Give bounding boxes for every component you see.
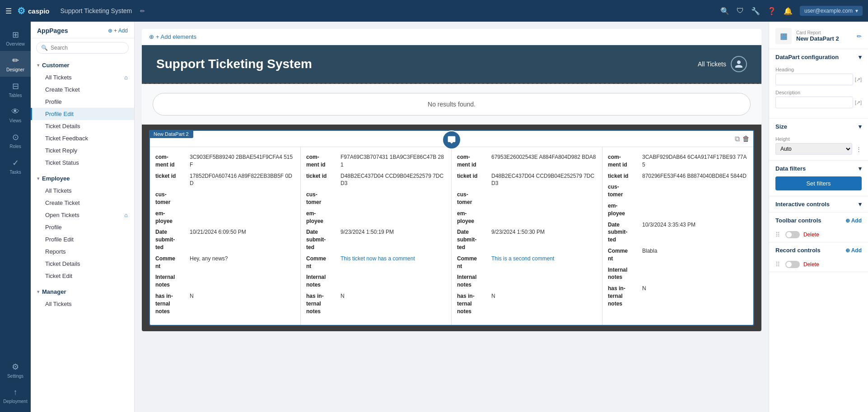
card-row-label: ticket id [306, 172, 338, 188]
nav-item[interactable]: Profile [31, 96, 134, 108]
st-header: Support Ticketing System All Tickets [142, 45, 761, 83]
card-row: Internal notes [306, 273, 446, 289]
description-input[interactable] [775, 97, 853, 108]
apppages-title: AppPages [37, 27, 68, 34]
height-select[interactable]: Auto [775, 143, 852, 155]
card-row-label: com- ment id [457, 153, 489, 169]
card-row-label: Date submit- ted [306, 228, 338, 251]
nav-item[interactable]: Ticket Status [31, 157, 134, 169]
toolbar-delete-toggle[interactable] [785, 231, 800, 238]
rp-data-filters-section: Data filters ▾ Set filters [769, 161, 868, 196]
data-filters-label: Data filters [775, 165, 806, 172]
card-row: em- ployee [155, 210, 295, 225]
nav-item[interactable]: All Tickets [31, 185, 134, 197]
rp-size-section: Size ▾ Height Auto ⋮ [769, 119, 868, 161]
card-row-label: Comme nt [306, 255, 338, 270]
nav-item[interactable]: Profile Edit [31, 108, 134, 120]
nav-item[interactable]: Profile [31, 221, 134, 233]
nav-item[interactable]: Ticket Feedback [31, 132, 134, 144]
edit-app-title-icon[interactable]: ✏ [140, 8, 145, 14]
nav-item[interactable]: Ticket Details [31, 120, 134, 132]
sidebar-item-tasks[interactable]: ✓ Tasks [0, 153, 31, 179]
add-apppage-button[interactable]: ⊕ + Add [108, 28, 128, 34]
rp-toolbar-controls-section: Toolbar controls ⊕ Add ⠿ Delete [769, 213, 868, 242]
record-delete-toggle[interactable] [785, 261, 800, 268]
rp-datapart-config-header[interactable]: DataPart configuration ▾ [769, 49, 868, 65]
sidebar-item-designer[interactable]: ✏ Designer [0, 51, 31, 77]
customer-chevron-icon: ▾ [37, 63, 39, 68]
rp-record-controls-header[interactable]: Record controls ⊕ Add [769, 242, 868, 258]
nav-item[interactable]: All Tickets [31, 298, 134, 310]
card-row: em- ployee [306, 210, 446, 225]
nav-item[interactable]: Create Ticket [31, 83, 134, 96]
rp-datapart-config-section: DataPart configuration ▾ Heading [↗] Des… [769, 49, 868, 119]
drag-handle-icon[interactable]: ⠿ [775, 231, 780, 238]
sidebar-item-views[interactable]: 👁 Views [0, 102, 31, 128]
record-drag-handle-icon[interactable]: ⠿ [775, 261, 780, 268]
delete-datapart-button[interactable]: 🗑 [742, 135, 750, 143]
rp-header: ▦ Card Report New DataPart 2 ✏ [769, 22, 868, 49]
card-row-label: Comme nt [457, 255, 489, 270]
nav-item[interactable]: Open Tickets⌂ [31, 209, 134, 221]
plus-circle-icon: ⊕ [149, 33, 154, 40]
card-row-label: Date submit- ted [457, 228, 489, 251]
canvas: Support Ticketing System All Tickets No … [142, 45, 761, 331]
copy-datapart-button[interactable]: ⧉ [735, 135, 740, 143]
record-delete-label[interactable]: Delete [803, 261, 819, 268]
nav-item[interactable]: All Tickets⌂ [31, 71, 134, 83]
nav-item[interactable]: Profile Edit [31, 233, 134, 245]
customer-section-header[interactable]: ▾ Customer [31, 59, 134, 71]
sidebar-item-tables[interactable]: ⊟ Tables [0, 77, 31, 102]
designer-icon: ✏ [12, 56, 19, 65]
tool-icon[interactable]: 🔧 [751, 7, 760, 15]
card-row-label: cus- tomer [608, 183, 639, 199]
shield-icon[interactable]: 🛡 [737, 7, 744, 15]
manager-section-header[interactable]: ▾ Manager [31, 286, 134, 298]
heading-input[interactable] [775, 74, 853, 85]
nav-item[interactable]: Ticket Edit [31, 270, 134, 282]
size-options-icon[interactable]: ⋮ [856, 146, 862, 153]
card-row-value: D48B2EC437D04 CCD9B04E252579 7DCD3 [341, 172, 446, 188]
rp-toolbar-controls-header[interactable]: Toolbar controls ⊕ Add [769, 213, 868, 228]
search-icon[interactable]: 🔍 [720, 7, 729, 15]
overview-label: Overview [6, 42, 25, 46]
toolbar-delete-label[interactable]: Delete [803, 231, 819, 238]
nav-item[interactable]: Reports [31, 245, 134, 258]
search-input[interactable] [51, 45, 124, 51]
rp-size-content: Height Auto ⋮ [769, 134, 868, 160]
record-controls-add-button[interactable]: ⊕ Add [845, 247, 862, 254]
card-row: em- ployee [457, 210, 597, 225]
employee-section-header[interactable]: ▾ Employee [31, 172, 134, 185]
sidebar-item-deployment[interactable]: ↑ Deployment [0, 383, 31, 408]
nav-item[interactable]: Ticket Reply [31, 144, 134, 157]
help-icon[interactable]: ❓ [767, 7, 776, 15]
card-row-label: has in- ternal notes [155, 292, 187, 315]
hamburger-icon[interactable]: ☰ [5, 7, 12, 15]
rp-interactive-controls-header[interactable]: Interactive controls ▾ [769, 196, 868, 212]
views-icon: 👁 [11, 107, 19, 116]
rp-size-header[interactable]: Size ▾ [769, 119, 868, 134]
rp-data-filters-header[interactable]: Data filters ▾ [769, 161, 868, 176]
card-item: com- ment id3CABF929DAB64 6C4A9174F17BE9… [602, 147, 753, 325]
set-filters-button[interactable]: Set filters [775, 176, 862, 190]
nav-item[interactable]: Ticket Details [31, 258, 134, 270]
card-row: Comme ntBlabla [608, 247, 748, 263]
user-menu[interactable]: user@example.com ▾ [800, 6, 863, 16]
heading-expand-icon[interactable]: [↗] [855, 77, 862, 83]
toolbar-controls-add-button[interactable]: ⊕ Add [845, 218, 862, 224]
description-expand-icon[interactable]: [↗] [855, 100, 862, 106]
search-box[interactable]: 🔍 [36, 42, 129, 54]
add-elements-button[interactable]: ⊕ + Add elements [149, 33, 196, 40]
nav-item[interactable]: Create Ticket [31, 197, 134, 209]
sidebar-item-settings[interactable]: ⚙ Settings [0, 357, 31, 383]
card-row: Date submit- ted9/23/2024 1:50:30 PM [457, 228, 597, 251]
sidebar-item-overview[interactable]: ⊞ Overview [0, 25, 31, 51]
rp-edit-icon[interactable]: ✏ [857, 33, 862, 40]
logo-text: caspio [28, 7, 50, 15]
topbar: ☰ ⚙ caspio Support Ticketing System ✏ 🔍 … [0, 0, 868, 22]
plus-circle-icon: ⊕ [108, 28, 112, 34]
bell-icon[interactable]: 🔔 [784, 7, 793, 15]
no-results-area: No results found. [142, 84, 761, 125]
card-row: com- ment id3C903EF5B89240 2BBAE541F9CFA… [155, 153, 295, 169]
sidebar-item-roles[interactable]: ⊙ Roles [0, 128, 31, 153]
